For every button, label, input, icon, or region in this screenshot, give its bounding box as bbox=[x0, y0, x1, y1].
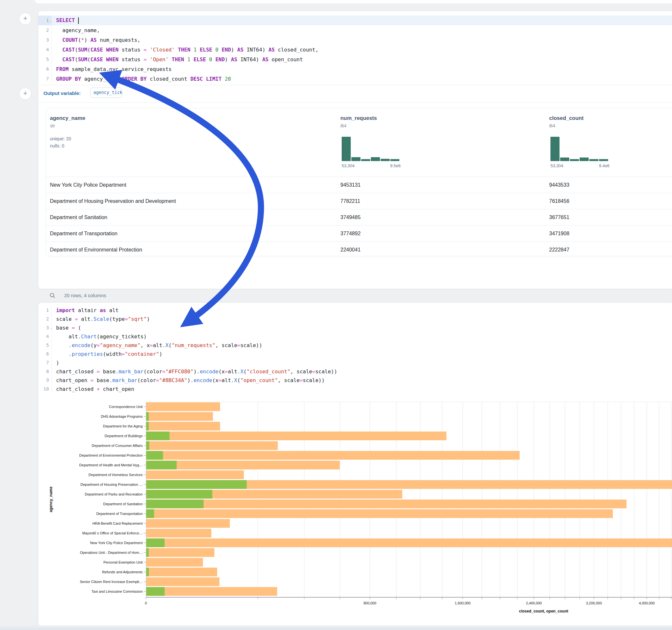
histogram-bar bbox=[570, 159, 579, 161]
chart-bar-closed_count bbox=[146, 548, 214, 557]
table-cell: 3471908 bbox=[549, 231, 569, 237]
code-line: 5 .encode(y="agency_name", x=alt.X("num_… bbox=[38, 341, 672, 349]
chart-bar-closed_count bbox=[146, 568, 217, 577]
x-axis-label: 1,600,000 bbox=[455, 601, 471, 605]
column-type: i64 bbox=[340, 123, 346, 128]
x-axis-label: 2,400,000 bbox=[526, 601, 542, 605]
y-axis-label: Department of Environmental Protection bbox=[79, 453, 143, 457]
column-histogram bbox=[342, 137, 401, 161]
collapse-chevron-icon[interactable]: ⌄ bbox=[49, 19, 53, 22]
column-stats: unique: 20nulls: 0 bbox=[50, 135, 71, 149]
code-text: agency_name, bbox=[56, 27, 100, 33]
chart-bar-closed_count bbox=[146, 558, 203, 567]
code-line: 6FROM sample_data.nyc.service_requests bbox=[38, 64, 672, 74]
histogram-bar bbox=[381, 159, 390, 161]
code-line: 6 .properties(width="container") bbox=[38, 349, 672, 358]
table-cell: 7782211 bbox=[340, 198, 360, 204]
table-row: Department of Housing Preservation and D… bbox=[46, 193, 672, 209]
column-header: closed_count bbox=[549, 115, 583, 121]
code-text: SELECT bbox=[56, 17, 79, 24]
y-axis-label: Correspondence Unit bbox=[109, 405, 143, 409]
line-number: 4 bbox=[38, 47, 49, 52]
x-axis-label: 0 bbox=[145, 601, 147, 605]
chart-bar-open_count bbox=[146, 490, 212, 499]
line-number: 5 bbox=[38, 343, 49, 348]
column-type: str bbox=[50, 123, 55, 128]
line-number: 6 bbox=[38, 351, 49, 357]
chart-bar-open_count bbox=[146, 509, 154, 518]
code-line: 4 alt.Chart(agency_tickets) bbox=[38, 332, 672, 341]
code-text: scale = alt.Scale(type="sqrt") bbox=[56, 316, 150, 322]
table-row: Department of Environmental Protection22… bbox=[46, 241, 672, 256]
table-cell: 2240041 bbox=[340, 247, 360, 253]
collapse-chevron-icon[interactable]: ⌄ bbox=[49, 326, 53, 329]
chart-bar-closed_count bbox=[146, 587, 277, 596]
line-number: 7 bbox=[38, 360, 49, 365]
code-text: CAST(SUM(CASE WHEN status = 'Closed' THE… bbox=[56, 47, 318, 53]
output-variable-badge[interactable]: agency_tickets bbox=[90, 88, 122, 98]
next-cell-edge bbox=[0, 628, 672, 630]
code-text: alt.Chart(agency_tickets) bbox=[56, 333, 146, 339]
sql-editor[interactable]: 1⌄SELECT 2 agency_name,3 COUNT(*) AS num… bbox=[38, 16, 672, 83]
code-line: 4 CAST(SUM(CASE WHEN status = 'Closed' T… bbox=[38, 45, 672, 54]
chart-bar-closed_count bbox=[146, 422, 220, 431]
chart-bar-closed_count bbox=[146, 500, 627, 508]
chart-bar-open_count bbox=[146, 480, 247, 489]
code-text: GROUP BY agency_name ORDER BY closed_cou… bbox=[56, 76, 231, 82]
search-icon[interactable] bbox=[50, 293, 55, 298]
chart-bar-closed_count bbox=[146, 412, 213, 421]
y-axis-label: Department of Sanitation bbox=[103, 502, 143, 506]
chart-bar-closed_count bbox=[146, 451, 520, 460]
chart-bar-open_count bbox=[146, 500, 203, 508]
chart-bar-open_count bbox=[146, 432, 170, 440]
chart-bar-open_count bbox=[146, 548, 149, 557]
column-header: agency_name bbox=[50, 115, 85, 121]
x-axis-label: 4,000,000 bbox=[639, 601, 655, 605]
line-number: 3 bbox=[38, 325, 49, 330]
chart-bar-closed_count bbox=[146, 403, 220, 411]
chart-bar-open_count bbox=[146, 539, 165, 547]
table-cell: Department of Sanitation bbox=[50, 215, 107, 220]
y-axis-label: Department of Consumer Affairs bbox=[92, 444, 143, 447]
x-axis-label: 3,200,000 bbox=[586, 601, 602, 605]
code-line: 1⌄SELECT bbox=[38, 16, 672, 25]
y-axis-label: Mayorâ€ s Office of Special Enforce… bbox=[82, 531, 143, 535]
chart-bar-closed_count bbox=[146, 509, 613, 518]
chart-bar-closed_count bbox=[146, 470, 244, 479]
x-axis-title: closed_count, open_count bbox=[495, 609, 592, 613]
code-line: 1import altair as alt bbox=[38, 306, 672, 314]
add-cell-button-top[interactable]: + bbox=[19, 13, 31, 25]
add-cell-button-output[interactable]: + bbox=[19, 88, 31, 100]
bar-chart: Correspondence UnitDHS Advantage Program… bbox=[0, 373, 672, 626]
chart-bar-open_count bbox=[146, 451, 163, 460]
table-cell: Department of Environmental Protection bbox=[50, 247, 142, 253]
y-axis-title: agency_name bbox=[49, 486, 53, 512]
table-cell: 9443533 bbox=[549, 182, 569, 188]
row-count-label: 20 rows, 4 columns bbox=[64, 293, 106, 298]
code-line: 7) bbox=[38, 358, 672, 367]
text-cursor bbox=[78, 17, 79, 24]
line-number: 2 bbox=[38, 316, 49, 321]
table-cell: New York City Police Department bbox=[50, 182, 126, 188]
y-axis-label: Operations Unit - Department of Hom… bbox=[80, 551, 143, 555]
output-variable-row: Output variable: agency_tickets bbox=[38, 85, 672, 102]
column-histogram bbox=[550, 137, 609, 161]
previous-cell-edge bbox=[34, 0, 672, 4]
code-line: 7GROUP BY agency_name ORDER BY closed_co… bbox=[38, 74, 672, 83]
cell-divider bbox=[38, 102, 672, 103]
chart-bar-closed_count bbox=[146, 578, 219, 586]
line-number: 5 bbox=[38, 57, 49, 62]
x-axis-label: 800,000 bbox=[363, 601, 376, 605]
table-cell: Department of Housing Preservation and D… bbox=[50, 198, 176, 204]
chart-bar-open_count bbox=[146, 587, 165, 596]
column-type: i64 bbox=[549, 123, 555, 128]
histogram-bar bbox=[371, 157, 380, 161]
histogram-labels: 53,3049.4e6 bbox=[550, 163, 609, 168]
code-line: 2scale = alt.Scale(type="sqrt") bbox=[38, 314, 672, 323]
histogram-bar bbox=[352, 157, 360, 161]
sql-cell: 1⌄SELECT 2 agency_name,3 COUNT(*) AS num… bbox=[38, 11, 672, 289]
results-table: agency_namestrunique: 20nulls: 0num_requ… bbox=[46, 108, 672, 256]
histogram-labels: 53,3049.5e6 bbox=[342, 163, 401, 168]
line-number: 1 bbox=[38, 18, 49, 23]
histogram-bar bbox=[390, 159, 399, 161]
